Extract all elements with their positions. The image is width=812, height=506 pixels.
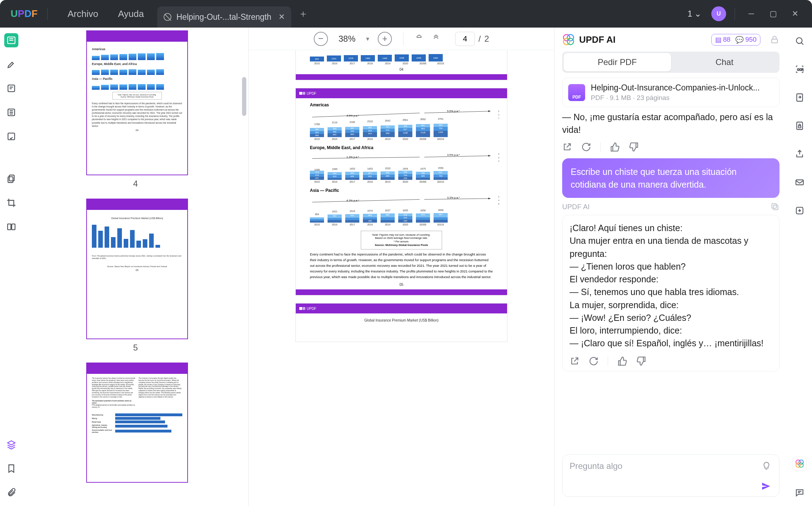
maximize-button[interactable]: ▢ [765,6,781,22]
app-logo: UPDF [11,8,37,19]
menu-ayuda[interactable]: Ayuda [108,8,154,19]
user-question: Escribe un chiste que tuerza una situaci… [562,158,779,198]
ai-usage-stats[interactable]: ▤88 💬950 [711,34,760,46]
svg-rect-28 [773,205,778,210]
ai-tabs: Pedir PDF Chat [562,52,779,73]
plan-indicator[interactable]: 1 ⌄ [684,7,705,21]
thumbs-down-icon[interactable] [629,142,639,152]
ai-file-card[interactable]: PDF Helping-Out-Insurance-Companies-in-U… [562,78,779,107]
thumbnail-scrollbar[interactable] [242,77,246,116]
thumbnail-page-6[interactable]: The insurance industry has always involv… [86,363,188,483]
email-icon[interactable] [793,176,806,189]
thumbs-up-icon[interactable] [610,142,620,152]
tab-chat[interactable]: Chat [671,53,778,71]
chat-scroll[interactable]: — No, ¡me gustaría estar acompañado, per… [554,107,787,449]
tab-pedir-pdf[interactable]: Pedir PDF [564,53,671,71]
document-tab[interactable]: Helping-Out-...tal-Strength ✕ [157,6,291,28]
page-organize-button[interactable] [4,105,18,119]
chevron-down-icon: ⌄ [694,9,701,19]
zoom-in-button[interactable]: + [378,32,392,46]
export-icon[interactable] [793,91,806,104]
open-external-icon[interactable] [562,142,572,152]
svg-text:1.3% p.a.*: 1.3% p.a.* [347,155,359,159]
svg-rect-27 [772,39,777,43]
ai-panel-title: UPDF AI [579,34,616,45]
regenerate-icon[interactable] [581,142,591,152]
svg-marker-22 [488,198,490,199]
thumb-label-5: 5 [86,343,185,353]
svg-text:3.5% p.a.*: 3.5% p.a.* [447,153,460,157]
ai-file-meta: PDF · 9.1 MB · 23 páginas [591,94,760,102]
doc-page-5: UPDF Americas 4.5% p.a.*5.5% p.a.* 17883… [295,88,507,295]
svg-point-30 [796,38,802,43]
ai-chip-icon[interactable] [793,457,807,471]
svg-marker-12 [488,110,490,112]
collapse-icon[interactable] [432,34,440,44]
highlight-tool-button[interactable] [4,57,18,71]
comment-icon[interactable] [793,486,806,499]
tab-title: Helping-Out-...tal-Strength [176,12,271,22]
compare-tool-button[interactable] [4,220,18,234]
search-icon[interactable] [793,35,806,47]
layers-button[interactable] [4,437,18,452]
chat-count-icon: 💬 [735,36,744,44]
left-toolbar [0,28,23,506]
edit-text-button[interactable] [4,81,18,95]
share-icon[interactable] [793,148,806,160]
svg-text:4.5% p.a.*: 4.5% p.a.* [347,114,359,117]
send-icon[interactable] [761,481,771,492]
thumbnail-page-4[interactable]: Americas Europe, Middle East, and Africa… [86,30,188,175]
minimize-button[interactable]: ─ [743,6,759,22]
thumb-label-4: 4 [86,179,185,189]
svg-line-13 [312,157,419,159]
thumbs-up-icon[interactable] [617,356,627,366]
zoom-dropdown-icon[interactable]: ▾ [366,35,369,43]
form-tool-button[interactable] [4,129,18,143]
svg-line-8 [312,113,419,117]
new-tab-button[interactable]: ＋ [298,7,308,20]
regenerate-icon[interactable] [589,356,599,366]
ai-file-name: Helping-Out-Insurance-Companies-in-Unloc… [591,83,760,93]
user-avatar[interactable]: U [711,6,726,21]
thumbs-down-icon[interactable] [636,356,646,366]
doc-page-4: 843 1214 1278 1363 1440 1548 1548 1662 2… [295,50,507,80]
document-topbar: − 38% ▾ + / 2 [249,28,554,50]
reader-mode-button[interactable] [4,33,18,47]
page-input[interactable] [455,32,475,46]
save-icon[interactable] [793,204,806,217]
svg-text:OCR: OCR [797,68,804,71]
svg-rect-35 [796,180,804,185]
open-external-icon[interactable] [570,356,579,366]
document-view: − 38% ▾ + / 2 843 1214 1278 1 [249,28,554,506]
close-window-button[interactable]: ✕ [787,6,803,22]
ai-panel: UPDF AI ▤88 💬950 Pedir PDF Chat PDF Help… [554,28,787,506]
lock-icon[interactable] [770,35,779,45]
scroll-top-icon[interactable] [415,34,423,44]
svg-rect-5 [8,177,13,182]
bookmark-button[interactable] [4,461,18,476]
svg-text:5.5% p.a.*: 5.5% p.a.* [447,110,460,113]
page-scroll-area[interactable]: 843 1214 1278 1363 1440 1548 1548 1662 2… [249,50,554,506]
suggestions-icon[interactable] [761,461,771,471]
ai-input-box[interactable]: Pregunta algo [562,454,779,497]
protect-icon[interactable] [793,119,806,132]
thumbnail-page-5[interactable]: Global Insurance Premium Market (US$ Bil… [86,199,188,339]
pdf-file-icon: PDF [568,84,585,101]
close-tab-icon[interactable]: ✕ [278,12,285,22]
crop-tool-button[interactable] [4,196,18,210]
menu-archivo[interactable]: Archivo [58,8,108,19]
svg-rect-7 [12,224,15,230]
ocr-icon[interactable]: OCR [793,63,806,76]
title-bar: UPDF Archivo Ayuda Helping-Out-...tal-St… [0,0,812,28]
zoom-out-button[interactable]: − [314,32,328,46]
zoom-value: 38% [339,34,355,44]
svg-line-18 [312,199,419,202]
ai-logo-icon [562,33,575,46]
plan-tier: 1 [688,9,692,19]
copy-page-button[interactable] [4,172,18,186]
svg-marker-17 [488,155,490,157]
copy-icon[interactable] [770,202,779,211]
attachment-button[interactable] [4,486,18,500]
assistant-msg-1: — No, ¡me gustaría estar acompañado, per… [562,111,779,136]
svg-text:3.3% p.a.*: 3.3% p.a.* [447,196,460,199]
